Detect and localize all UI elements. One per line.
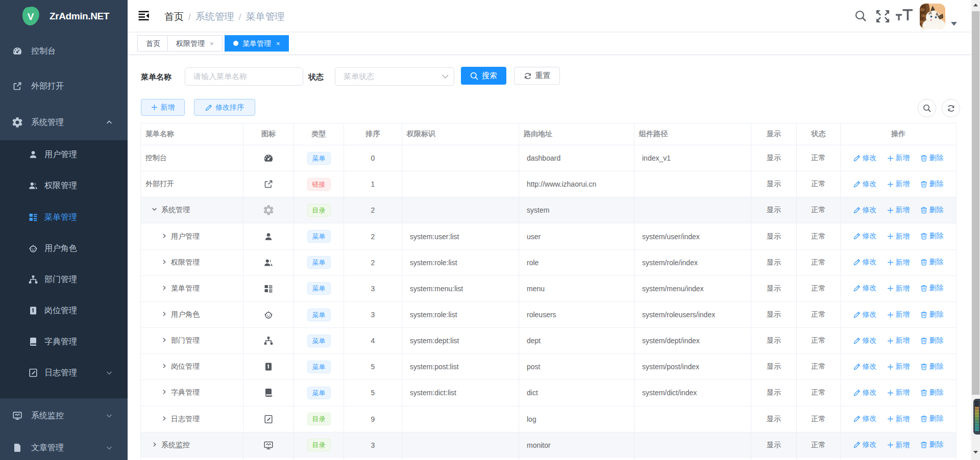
svg-text:V: V <box>28 11 34 22</box>
